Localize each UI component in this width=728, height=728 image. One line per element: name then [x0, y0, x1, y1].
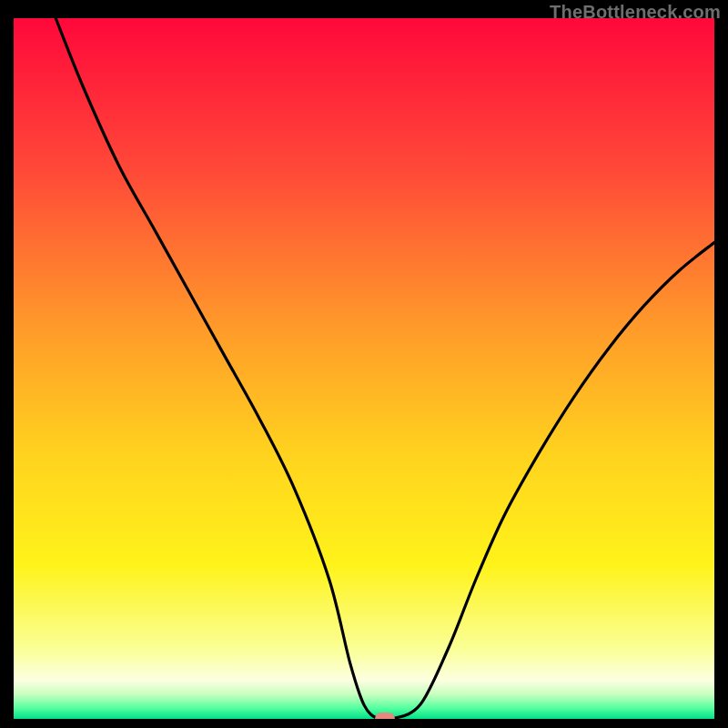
watermark-text: TheBottleneck.com — [550, 2, 721, 23]
chart-svg — [14, 18, 714, 719]
optimal-point-marker — [375, 713, 395, 719]
chart-stage: TheBottleneck.com — [0, 0, 728, 728]
gradient-background — [14, 18, 714, 719]
plot-area — [14, 18, 714, 719]
